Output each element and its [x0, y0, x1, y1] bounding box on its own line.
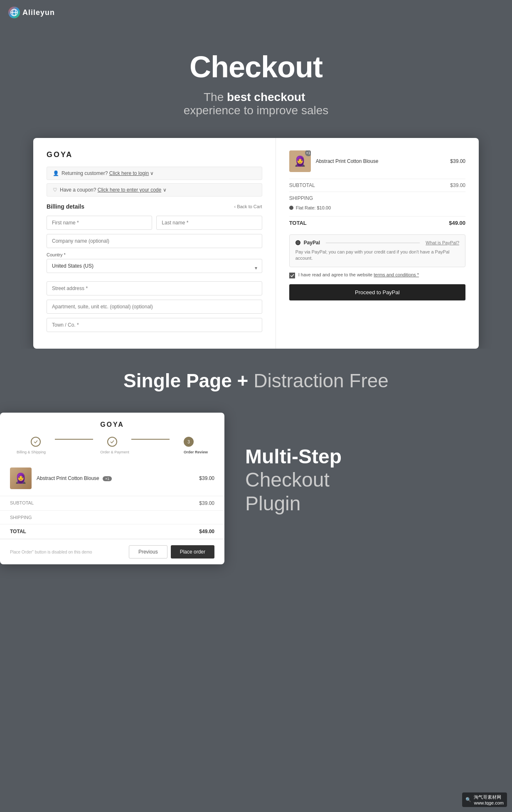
subtotal-row: SUBTOTAL $39.00 — [289, 179, 465, 192]
paypal-info-link[interactable]: What is PayPal? — [426, 240, 459, 245]
step-3-circle: 3 — [184, 437, 194, 447]
disabled-note: Place Order" button is disabled on this … — [10, 550, 92, 554]
coupon-link[interactable]: Click here to enter your code — [98, 187, 161, 193]
payment-section: PayPal What is PayPal? Pay via PayPal; y… — [289, 234, 465, 267]
ms-footer: Place Order" button is disabled on this … — [0, 539, 224, 564]
mid-section: Single Page + Distraction Free — [0, 349, 512, 413]
ms-product-row: 🧕 Abstract Print Cotton Blouse ×1 $39.00 — [0, 461, 224, 496]
hero-section: Checkout The best checkout experience to… — [0, 25, 512, 138]
top-bar: Alileyun — [0, 0, 512, 25]
steps-store-logo: GOYA — [12, 421, 212, 428]
ms-shipping-row: SHIPPING — [0, 511, 224, 524]
company-input[interactable] — [47, 234, 262, 248]
first-name-input[interactable] — [47, 216, 152, 230]
ms-subtotal-row: SUBTOTAL $39.00 — [0, 496, 224, 511]
login-link[interactable]: Click here to login — [109, 170, 149, 176]
step-line-2 — [131, 439, 170, 440]
apt-input[interactable] — [47, 300, 262, 314]
product-price: $39.00 — [450, 158, 465, 164]
step-1 — [17, 437, 55, 447]
terms-text: I have read and agree to the website ter… — [298, 272, 419, 277]
street-input[interactable] — [47, 281, 262, 295]
step-2 — [93, 437, 131, 447]
hero-title: Checkout — [8, 50, 504, 84]
billing-form-section: GOYA 👤 Returning customer? Click here to… — [33, 138, 276, 349]
product-name: Abstract Print Cotton Blouse — [316, 158, 446, 164]
town-input[interactable] — [47, 318, 262, 332]
back-to-cart-link[interactable]: ‹ Back to Cart — [234, 204, 262, 209]
step-2-label: Order & Payment — [100, 450, 129, 454]
multistep-title: Multi-Step — [245, 446, 491, 468]
step-3-label: Order Review — [184, 450, 208, 454]
ms-product-badge: ×1 — [103, 476, 112, 481]
product-badge: ×1 — [305, 150, 311, 156]
terms-link[interactable]: terms and conditions * — [374, 272, 419, 277]
place-order-button[interactable]: Place order — [171, 545, 214, 559]
logo-area: Alileyun — [8, 7, 55, 18]
product-image: 🧕 ×1 — [289, 150, 311, 172]
multistep-text: Multi-Step Checkout Plugin — [224, 413, 512, 549]
hero-subtitle: The best checkout experience to improve … — [8, 91, 504, 117]
logo-icon — [8, 7, 20, 18]
multistep-card: GOYA 3 — [0, 413, 224, 564]
ms-product-price: $39.00 — [199, 475, 214, 481]
terms-row: I have read and agree to the website ter… — [289, 272, 465, 278]
watermark: 🔍 淘气哥素材网 www.tqge.com — [462, 792, 507, 807]
step-line-1 — [55, 439, 93, 440]
shipping-row: SHIPPING Flat Rate: $10.00 — [289, 192, 465, 216]
demo-card-single: GOYA 👤 Returning customer? Click here to… — [33, 138, 479, 349]
steps-progress: 3 — [12, 437, 212, 447]
country-select-wrapper[interactable]: United States (US) — [47, 259, 262, 277]
store-logo: GOYA — [47, 150, 262, 159]
country-field: Country * United States (US) — [47, 252, 262, 277]
multistep-section: GOYA 3 — [0, 413, 512, 589]
bottom-spacer — [0, 589, 512, 623]
paypal-label: PayPal — [304, 240, 320, 246]
multistep-subtitle: Checkout Plugin — [245, 468, 491, 516]
ms-product-image: 🧕 — [10, 468, 32, 489]
paypal-header: PayPal What is PayPal? — [295, 240, 459, 246]
shipping-option[interactable]: Flat Rate: $10.00 — [289, 203, 331, 213]
last-name-input[interactable] — [156, 216, 262, 230]
steps-header: GOYA 3 — [0, 413, 224, 461]
product-row: 🧕 ×1 Abstract Print Cotton Blouse $39.00 — [289, 150, 465, 172]
step-1-label: Billing & Shipping — [17, 450, 46, 454]
step-1-circle — [31, 437, 41, 447]
proceed-to-paypal-button[interactable]: Proceed to PayPal — [289, 284, 465, 300]
ms-total-row: TOTAL $49.00 — [0, 524, 224, 539]
ms-product-name: Abstract Print Cotton Blouse ×1 — [37, 475, 194, 481]
step-labels: Billing & Shipping Order & Payment Order… — [12, 447, 212, 461]
billing-header: Billing details ‹ Back to Cart — [47, 203, 262, 210]
billing-title: Billing details — [47, 203, 84, 210]
paypal-radio[interactable] — [295, 240, 300, 245]
radio-icon — [289, 206, 293, 210]
returning-customer-bar[interactable]: 👤 Returning customer? Click here to logi… — [47, 167, 262, 180]
country-select[interactable]: United States (US) — [47, 259, 262, 273]
previous-button[interactable]: Previous — [129, 545, 167, 559]
footer-buttons: Previous Place order — [129, 545, 214, 559]
paypal-desc: Pay via PayPal; you can pay with your cr… — [295, 249, 459, 262]
mid-title: Single Page + Distraction Free — [8, 369, 504, 392]
brand-name: Alileyun — [22, 8, 55, 17]
step-2-circle — [107, 437, 117, 447]
total-row: TOTAL $49.00 — [289, 216, 465, 229]
step-3: 3 — [170, 437, 208, 447]
terms-checkbox[interactable] — [289, 273, 295, 278]
name-row — [47, 216, 262, 230]
coupon-bar[interactable]: ♡ Have a coupon? Click here to enter you… — [47, 183, 262, 197]
order-summary-section: 🧕 ×1 Abstract Print Cotton Blouse $39.00… — [276, 138, 479, 349]
